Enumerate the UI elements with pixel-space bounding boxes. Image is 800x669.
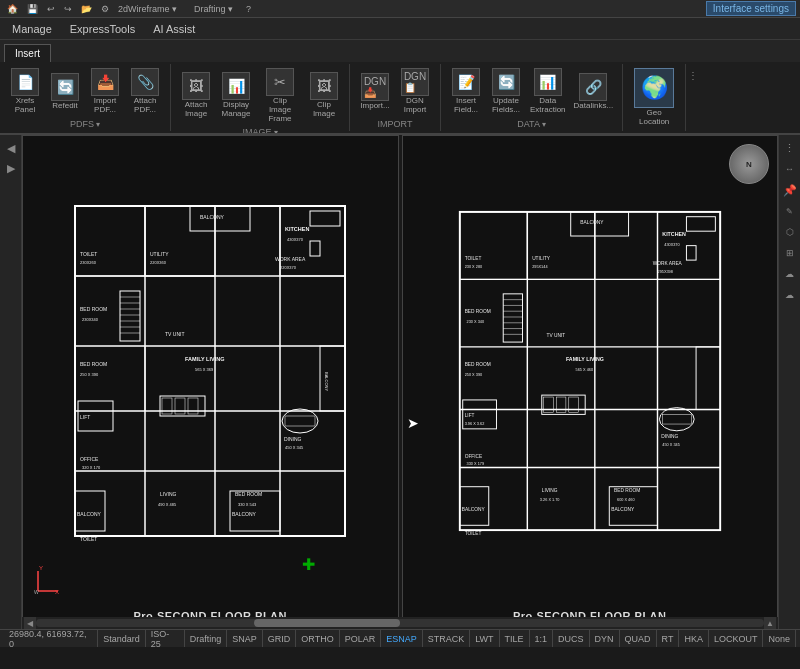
status-strack[interactable]: STRACK [423,630,471,647]
view-mode-select[interactable]: 2dWireframe ▾ [115,3,180,15]
status-ortho[interactable]: ORTHO [296,630,339,647]
scroll-track[interactable] [36,619,764,627]
svg-text:250 X 390: 250 X 390 [80,372,99,377]
svg-text:Y: Y [39,566,43,571]
svg-text:490 X 485: 490 X 485 [158,502,177,507]
svg-text:BALCONY: BALCONY [232,511,257,517]
status-quad[interactable]: QUAD [620,630,657,647]
svg-text:WORK AREA: WORK AREA [652,261,682,266]
svg-text:320 X 170: 320 X 170 [82,465,101,470]
status-scale[interactable]: 1:1 [530,630,554,647]
import-label: Import... [360,102,389,111]
svg-text:TV UNIT: TV UNIT [546,333,565,338]
status-tile[interactable]: TILE [500,630,530,647]
right-tool-cloud[interactable]: ☁ [781,286,799,304]
menu-expresstools[interactable]: ExpressTools [62,21,143,37]
status-ducs[interactable]: DUCS [553,630,590,647]
save-icon[interactable]: 💾 [24,3,41,15]
status-hka[interactable]: HKA [679,630,709,647]
right-tool-balloon[interactable]: ☁ [781,265,799,283]
main-viewport[interactable]: BALCONY BALCONY BALCONY BALCONY [22,135,778,629]
menu-manage[interactable]: Manage [4,21,60,37]
status-none[interactable]: None [763,630,796,647]
scroll-up-arrow[interactable]: ▲ [764,617,776,629]
image-group-label[interactable]: IMAGE ▾ [242,127,277,133]
status-grid[interactable]: GRID [263,630,297,647]
ribbon-btn-display-mgmt[interactable]: 📊 DisplayManage [217,70,255,121]
ribbon-btn-xrefs[interactable]: 📄 XrefsPanel [6,66,44,117]
open-icon[interactable]: 📂 [78,3,95,15]
ribbon-btn-refedit[interactable]: 🔄 Refedit [46,71,84,113]
svg-rect-81 [696,347,720,410]
horizontal-scrollbar[interactable]: ◀ ▲ [22,617,778,629]
ribbon-btn-dgn-import[interactable]: DGN📋 DGNImport [396,66,434,117]
status-coordinates[interactable]: 26980.4, 61693.72, 0 [4,630,98,647]
right-tool-pan[interactable]: ↔ [781,160,799,178]
svg-text:430X370: 430X370 [287,237,304,242]
ribbon-btn-import-pdf[interactable]: 📥 ImportPDF... [86,66,124,117]
svg-rect-22 [310,241,320,256]
status-snap[interactable]: SNAP [227,630,263,647]
status-iso[interactable]: ISO-25 [146,630,185,647]
status-dyn[interactable]: DYN [590,630,620,647]
svg-text:LIVING: LIVING [542,488,558,493]
help-icon[interactable]: ? [243,3,254,15]
ribbon-btn-data-extraction[interactable]: 📊 DataExtraction [527,66,569,117]
svg-text:BED ROOM: BED ROOM [80,306,107,312]
right-tool-hex[interactable]: ⬡ [781,223,799,241]
right-tool-pin[interactable]: 📌 [781,181,799,199]
right-tool-1[interactable]: ✎ [781,202,799,220]
left-viewport-panel[interactable]: BALCONY BALCONY BALCONY BALCONY [22,135,399,629]
status-esnap[interactable]: ESNAP [381,630,423,647]
status-polar[interactable]: POLAR [340,630,382,647]
ribbon-btn-attach-image[interactable]: 🖼 AttachImage [177,70,215,121]
geo-location-label: GeoLocation [639,109,669,127]
interface-settings-button[interactable]: Interface settings [706,1,796,16]
image-arrow: ▾ [274,128,278,133]
right-viewport-panel[interactable]: BALCONY BALCONY BALCONY KITCHEN [402,135,779,629]
scroll-left-arrow[interactable]: ◀ [24,617,36,629]
pdfs-group-label[interactable]: PDFS ▾ [70,119,100,129]
left-tool-1[interactable]: ◀ [2,139,20,157]
left-tool-2[interactable]: ▶ [2,159,20,177]
viewport-split: BALCONY BALCONY BALCONY BALCONY [22,135,778,629]
data-group-label[interactable]: DATA ▾ [517,119,546,129]
ribbon-btn-clip-image[interactable]: 🖼 ClipImage [305,70,343,121]
status-standard[interactable]: Standard [98,630,146,647]
ribbon-btn-import[interactable]: DGN📥 Import... [356,71,394,113]
status-rt[interactable]: RT [657,630,680,647]
ribbon-btn-insert-field[interactable]: 📝 InsertField... [447,66,485,117]
ribbon-btn-datalinks[interactable]: 🔗 Datalinks... [571,71,617,113]
clip-image-icon: 🖼 [310,72,338,100]
status-bar: 26980.4, 61693.72, 0 Standard ISO-25 Dra… [0,629,800,647]
ribbon-more-button[interactable]: ⋮ [686,68,700,82]
right-tool-menu[interactable]: ⋮ [781,139,799,157]
insert-field-label: InsertField... [454,97,478,115]
ribbon: Insert 📄 XrefsPanel 🔄 Refedit 📥 ImportPD… [0,40,800,135]
ribbon-btn-geo-location[interactable]: 🌍 GeoLocation [629,66,679,129]
properties-icon[interactable]: ⚙ [98,3,112,15]
app-icon[interactable]: 🏠 [4,3,21,15]
status-drafting[interactable]: Drafting [185,630,228,647]
import-icon: DGN📥 [361,73,389,101]
status-lwt[interactable]: LWT [470,630,499,647]
svg-text:220X370: 220X370 [280,265,297,270]
workspace-select[interactable]: Drafting ▾ [191,3,236,15]
menu-aiassist[interactable]: AI Assist [145,21,203,37]
ribbon-btn-clip-frame[interactable]: ✂ ClipImage Frame [257,66,303,125]
right-tool-grid[interactable]: ⊞ [781,244,799,262]
scroll-thumb[interactable] [254,619,400,627]
undo-icon[interactable]: ↩ [44,3,58,15]
svg-rect-129 [542,395,585,414]
data-arrow: ▾ [542,120,546,129]
ribbon-group-location: 🌍 GeoLocation LOCATION [623,64,686,131]
redo-icon[interactable]: ↪ [61,3,75,15]
location-group-label: LOCATION [631,131,676,133]
ribbon-btn-attach-pdf[interactable]: 📎 AttachPDF... [126,66,164,117]
svg-text:BED ROOM: BED ROOM [235,491,262,497]
status-lockout[interactable]: LOCKOUT [709,630,764,647]
ribbon-btn-update-fields[interactable]: 🔄 UpdateFields... [487,66,525,117]
svg-rect-98 [460,212,527,280]
svg-text:BED ROOM: BED ROOM [464,362,490,367]
tab-insert[interactable]: Insert [4,44,51,62]
